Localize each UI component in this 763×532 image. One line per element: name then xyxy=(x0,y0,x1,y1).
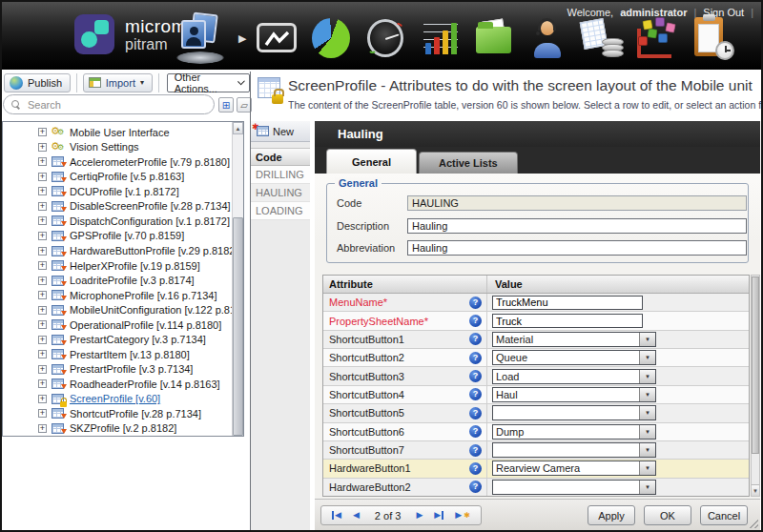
scrollbar-thumb[interactable] xyxy=(752,276,759,454)
scroll-down-arrow-icon[interactable]: ▼ xyxy=(752,484,759,496)
help-icon[interactable]: ? xyxy=(469,481,482,493)
new-button[interactable]: ✱ New xyxy=(251,121,310,142)
dropdown-arrow-icon[interactable]: ▼ xyxy=(639,333,655,346)
first-record-button[interactable]: ◀ xyxy=(326,509,347,522)
search-input[interactable] xyxy=(26,98,206,112)
attribute-row[interactable]: ShortcutButton1 ? Material ▼ xyxy=(323,331,749,349)
help-icon[interactable]: ? xyxy=(469,297,482,309)
ok-button[interactable]: OK xyxy=(644,505,691,525)
help-icon[interactable]: ? xyxy=(469,407,482,419)
tree-item[interactable]: + ⚙⚙ MobileUnitConfiguration [v.122 p.81… xyxy=(3,302,231,317)
tree-expander-icon[interactable]: + xyxy=(38,336,47,344)
code-row[interactable]: LOADING xyxy=(251,202,310,220)
attribute-value-dropdown[interactable]: Queue ▼ xyxy=(492,350,656,365)
tree-expander-icon[interactable]: + xyxy=(38,128,47,136)
tree-scrollbar-thumb[interactable] xyxy=(233,217,243,436)
tree-expander-icon[interactable]: + xyxy=(38,261,47,270)
attribute-value-dropdown[interactable]: Rearview Camera ▼ xyxy=(492,460,656,476)
next-record-button[interactable]: ▶ xyxy=(410,509,428,522)
help-icon[interactable]: ? xyxy=(469,333,482,345)
resize-grip[interactable] xyxy=(748,518,758,528)
tree-item[interactable]: + ⚙⚙ DispatchConfiguration [v.1 p.8172] xyxy=(3,214,231,229)
tree-expander-icon[interactable]: + xyxy=(38,291,47,299)
tree-item[interactable]: + ⚙⚙ AccelerometerProfile [v.79 p.8180] xyxy=(3,154,231,170)
attribute-value-dropdown[interactable]: ▼ xyxy=(492,480,656,495)
tree-expander-icon[interactable]: + xyxy=(38,409,47,418)
tree-expander-icon[interactable]: + xyxy=(38,247,47,256)
attribute-table-scrollbar[interactable]: ▼ xyxy=(751,275,760,497)
help-icon[interactable]: ? xyxy=(469,352,482,364)
dropdown-arrow-icon[interactable]: ▼ xyxy=(639,388,655,401)
attribute-value-dropdown[interactable]: Material ▼ xyxy=(492,332,656,347)
tree-expander-icon[interactable]: + xyxy=(38,173,47,181)
attribute-value-dropdown[interactable]: Load ▼ xyxy=(492,369,656,384)
tree-expander-icon[interactable]: + xyxy=(38,187,47,195)
dropdown-arrow-icon[interactable]: ▼ xyxy=(639,443,655,457)
tree-item[interactable]: + ⚙⚙ PrestartProfile [v.3 p.7134] xyxy=(3,362,231,378)
expand-all-button[interactable]: ⊞ xyxy=(218,97,234,113)
tree-item[interactable]: + ⚙⚙ MicrophoneProfile [v.16 p.7134] xyxy=(3,288,231,303)
tree-item[interactable]: + ⚙⚙ DCUProfile [v.1 p.8172] xyxy=(3,184,231,199)
attribute-value-dropdown[interactable]: ▼ xyxy=(492,405,656,420)
tree-item[interactable]: + ⚙⚙ Vision Settings xyxy=(3,140,231,155)
import-button[interactable]: Import ▾ xyxy=(83,73,153,92)
new-record-button[interactable]: ▶✱ xyxy=(449,509,476,522)
folder-icon[interactable] xyxy=(472,15,516,61)
attribute-row[interactable]: ShortcutButton3 ? Load ▼ xyxy=(323,367,749,385)
code-row[interactable]: HAULING xyxy=(251,184,310,202)
tree-item[interactable]: + ⚙⚙ LoadriteProfile [v.3 p.8174] xyxy=(3,273,231,288)
tree-item[interactable]: + ⚙⚙ PrestartCategory [v.3 p.7134] xyxy=(3,332,231,347)
tree-expander-icon[interactable]: + xyxy=(38,306,47,315)
attribute-row[interactable]: HardwareButton2 ? ▼ xyxy=(323,479,749,496)
tree-item[interactable]: + ⚙⚙ RoadheaderProfile [v.14 p.8163] xyxy=(3,377,231,392)
publish-button[interactable]: Publish xyxy=(4,73,71,92)
support-operator-icon[interactable] xyxy=(526,15,570,61)
attribute-row[interactable]: MenuName* ? xyxy=(323,294,749,312)
dropdown-arrow-icon[interactable]: ▼ xyxy=(639,425,655,439)
tree-item[interactable]: + ⚙⚙ DisableScreenProfile [v.28 p.7134] xyxy=(3,199,231,215)
abbreviation-field[interactable] xyxy=(407,240,747,256)
attribute-value-input[interactable] xyxy=(492,314,643,328)
cancel-button[interactable]: Cancel xyxy=(700,505,748,525)
help-icon[interactable]: ? xyxy=(469,315,482,327)
tree-expander-icon[interactable]: + xyxy=(38,216,47,225)
attribute-value-dropdown[interactable]: Haul ▼ xyxy=(492,387,656,402)
tree-item[interactable]: + ⚙⚙ Mobile User Interface xyxy=(3,125,231,140)
help-icon[interactable]: ? xyxy=(469,462,482,475)
attribute-row[interactable]: HardwareButton1 ? Rearview Camera ▼ xyxy=(323,460,749,478)
tree-item[interactable]: + ⚙⚙ HelperXProfile [v.19 p.8159] xyxy=(3,258,231,274)
description-field[interactable] xyxy=(407,218,747,234)
clipboard-clock-icon[interactable] xyxy=(690,15,733,61)
tree-expander-icon[interactable]: + xyxy=(38,276,47,285)
attribute-row[interactable]: ShortcutButton5 ? ▼ xyxy=(323,404,749,422)
tree-expander-icon[interactable]: + xyxy=(38,395,47,403)
attribute-row[interactable]: ShortcutButton4 ? Haul ▼ xyxy=(323,386,749,404)
tree-scrollbar[interactable]: ▲ xyxy=(232,122,243,436)
attribute-value-dropdown[interactable]: ▼ xyxy=(492,442,656,458)
tree-item[interactable]: + ⚙⚙ ShortcutProfile [v.28 p.7134] xyxy=(3,406,231,421)
attribute-row[interactable]: ShortcutButton2 ? Queue ▼ xyxy=(323,349,749,367)
attribute-value-dropdown[interactable]: Dump ▼ xyxy=(492,424,656,440)
gauge-icon[interactable] xyxy=(363,15,407,61)
tab-general[interactable]: General xyxy=(326,149,417,174)
tree-expander-icon[interactable]: + xyxy=(38,157,47,166)
last-record-button[interactable]: ▶ xyxy=(428,509,449,522)
tree-expander-icon[interactable]: + xyxy=(38,320,47,329)
tree-expander-icon[interactable]: + xyxy=(38,350,47,358)
tree-item[interactable]: + ⚙⚙ SKZProfile [v.2 p.8182] xyxy=(3,421,231,437)
tree-item[interactable]: + ⚙⚙ OperationalProfile [v.114 p.8180] xyxy=(3,317,231,333)
attribute-row[interactable]: PropertySheetName* ? xyxy=(323,312,749,330)
code-field[interactable] xyxy=(407,195,747,211)
help-icon[interactable]: ? xyxy=(469,370,482,382)
tree-item[interactable]: + ⚙⚙ CertiqProfile [v.5 p.8163] xyxy=(3,170,231,185)
tree-expander-icon[interactable]: + xyxy=(38,232,47,240)
dropdown-arrow-icon[interactable]: ▼ xyxy=(639,351,655,364)
dropdown-arrow-icon[interactable]: ▼ xyxy=(639,406,655,419)
previous-record-button[interactable]: ◀ xyxy=(347,509,365,522)
dropdown-arrow-icon[interactable]: ▼ xyxy=(639,370,655,383)
block-chart-icon[interactable] xyxy=(635,15,679,61)
apply-button[interactable]: Apply xyxy=(588,505,635,525)
code-row[interactable]: DRILLING xyxy=(251,166,310,184)
other-actions-dropdown[interactable]: Other Actions... xyxy=(167,73,250,92)
tree-expander-icon[interactable]: + xyxy=(38,365,47,374)
